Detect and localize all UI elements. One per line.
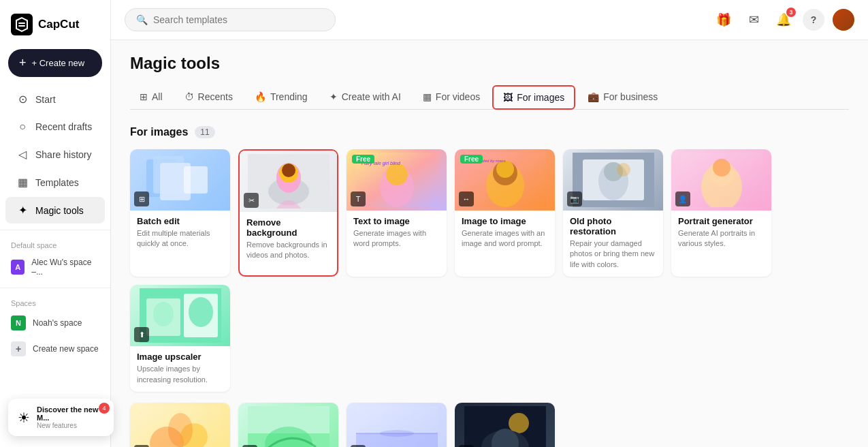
business-icon: 💼 xyxy=(588,91,599,102)
svg-point-42 xyxy=(380,430,414,437)
batch-edit-tool-icon: ⊞ xyxy=(134,191,149,206)
notif-badge: 4 xyxy=(99,403,110,414)
card-image-to-image[interactable]: Surrounded by roses Free ↔ Image to imag… xyxy=(455,149,555,277)
notifications-button[interactable]: 🔔 3 xyxy=(773,9,794,31)
recents-icon: ⏱ xyxy=(184,91,194,102)
batch-edit-title: Batch edit xyxy=(137,216,223,226)
img-img-title: Image to image xyxy=(462,216,548,226)
portrait-title: Portrait generator xyxy=(678,216,765,226)
remove-bg-title: Remove background xyxy=(246,217,330,238)
old-photo-title: Old photo restoration xyxy=(570,216,656,236)
card-thumb-old-photo: 📷 xyxy=(563,149,663,211)
user-avatar[interactable] xyxy=(833,9,854,31)
header: 🔍 🎁 ✉ 🔔 3 ? xyxy=(111,0,868,40)
alec-space-label: Alec Wu's space –... xyxy=(31,258,99,277)
tab-for-business[interactable]: 💼 For business xyxy=(578,86,667,109)
card-thumb-text-img: Fairy tale girl blind Free T xyxy=(347,149,447,211)
create-new-space-item[interactable]: + Create new space xyxy=(0,336,110,362)
card-thumb-portrait: 👤 xyxy=(671,149,771,211)
noah-avatar: N xyxy=(11,315,26,330)
search-bar[interactable]: 🔍 xyxy=(125,8,336,31)
card-thumb-batch-edit: ⊞ xyxy=(130,149,230,211)
notif-subtitle: New features xyxy=(37,422,104,429)
text-img-body: Text to image Generate images with word … xyxy=(347,211,447,256)
search-input[interactable] xyxy=(153,14,324,25)
sidebar-item-share-history[interactable]: ◁ Share history xyxy=(5,141,105,168)
space-noah[interactable]: N Noah's space xyxy=(0,310,110,336)
gift-button[interactable]: 🎁 xyxy=(713,9,735,31)
section-header: For images 11 xyxy=(130,126,849,138)
card-portrait-generator[interactable]: 👤 Portrait generator Generate AI portrai… xyxy=(671,149,771,277)
default-space-label: Default space xyxy=(0,238,110,252)
upscaler-body: Image upscaler Upscale images by increas… xyxy=(130,346,230,392)
text-img-desc: Generate images with word prompts. xyxy=(353,228,440,249)
sidebar-item-templates[interactable]: ▦ Templates xyxy=(5,169,105,196)
card-color-correction[interactable]: 🎨 AI color correction Adjust your image … xyxy=(238,403,338,447)
card-thumb-lowlight: ☀ xyxy=(455,403,555,447)
card-remove-background[interactable]: ✂ Remove background Remove backgrounds i… xyxy=(238,149,338,277)
svg-point-30 xyxy=(153,302,174,326)
sidebar-divider-2 xyxy=(0,288,110,288)
card-lowlight-enhancer[interactable]: ☀ Low-light image enhancer Improve low-l… xyxy=(455,403,555,447)
tab-trending[interactable]: 🔥 Trending xyxy=(245,86,317,109)
card-thumb-remove-bg: ✂ xyxy=(240,151,337,212)
card-photo-colorizer[interactable]: 🖌 Photo colorizer Colorize your black an… xyxy=(347,403,447,447)
text-img-tool-icon: T xyxy=(351,191,366,206)
notif-text-block: Discover the new M... New features xyxy=(37,405,104,429)
tab-for-videos[interactable]: ▦ For videos xyxy=(413,86,489,109)
notifications-badge: 3 xyxy=(786,7,796,17)
remove-bg-body: Remove background Remove backgrounds in … xyxy=(240,212,337,268)
tab-for-images[interactable]: 🖼 For images xyxy=(492,85,575,110)
card-batch-edit[interactable]: ⊞ Batch edit Edit multiple materials qui… xyxy=(130,149,230,277)
sidebar: CapCut + + Create new ⊙ Start ○ Recent d… xyxy=(0,0,111,447)
card-image-upscaler[interactable]: ⬆ Image upscaler Upscale images by incre… xyxy=(130,285,230,392)
section-count: 11 xyxy=(195,126,214,138)
sidebar-divider xyxy=(0,230,110,230)
upscaler-desc: Upscale images by increasing resolution. xyxy=(137,364,223,385)
sidebar-item-recent-drafts[interactable]: ○ Recent drafts xyxy=(5,114,105,140)
header-actions: 🎁 ✉ 🔔 3 ? xyxy=(713,9,854,31)
search-icon: 🔍 xyxy=(136,14,148,25)
portrait-body: Portrait generator Generate AI portraits… xyxy=(671,211,771,256)
mail-button[interactable]: ✉ xyxy=(743,9,765,31)
svg-point-9 xyxy=(282,164,295,177)
colorize-scene xyxy=(347,403,447,447)
tab-create-with-ai[interactable]: ✦ Create with AI xyxy=(320,86,411,109)
tabs-bar: ⊞ All ⏱ Recents 🔥 Trending ✦ Create with… xyxy=(130,85,849,110)
sidebar-item-start[interactable]: ⊙ Start xyxy=(5,86,105,112)
add-space-icon: + xyxy=(11,341,26,356)
section-title: For images xyxy=(130,126,188,138)
videos-icon: ▦ xyxy=(423,91,432,102)
main-content: 🔍 🎁 ✉ 🔔 3 ? Magic tools ⊞ xyxy=(111,0,868,447)
tab-recents[interactable]: ⏱ Recents xyxy=(175,86,242,109)
color-scene xyxy=(238,403,338,447)
img-img-body: Image to image Generate images with an i… xyxy=(455,211,555,256)
magic-tools-icon: ✦ xyxy=(16,204,29,217)
svg-point-32 xyxy=(189,297,213,327)
card-thumb-upscaler: ⬆ xyxy=(130,285,230,346)
create-new-button[interactable]: + + Create new xyxy=(8,49,102,77)
portrait-desc: Generate AI portraits in various styles. xyxy=(678,228,765,249)
card-text-to-image[interactable]: Fairy tale girl blind Free T Text to ima… xyxy=(347,149,447,277)
noah-space-label: Noah's space xyxy=(33,318,82,328)
text-img-badge: Free xyxy=(352,155,374,164)
upscaler-tool-icon: ⬆ xyxy=(134,327,149,342)
plus-icon: + xyxy=(19,56,27,70)
svg-rect-0 xyxy=(11,14,33,35)
bottom-notification[interactable]: ☀ Discover the new M... New features 4 xyxy=(8,399,114,436)
trending-icon: 🔥 xyxy=(255,91,266,102)
img-img-badge: Free xyxy=(460,155,483,164)
space-alec[interactable]: A Alec Wu's space –... xyxy=(0,252,110,282)
tab-all[interactable]: ⊞ All xyxy=(130,86,172,109)
remove-bg-tool-icon: ✂ xyxy=(244,193,259,208)
help-button[interactable]: ? xyxy=(803,9,824,31)
card-old-photo[interactable]: 📷 Old photo restoration Repair your dama… xyxy=(563,149,663,277)
page-title: Magic tools xyxy=(130,54,849,73)
card-thumb-color: 🎨 xyxy=(238,403,338,447)
svg-point-12 xyxy=(386,164,408,185)
sidebar-item-magic-tools[interactable]: ✦ Magic tools xyxy=(5,197,105,224)
spaces-label: Spaces xyxy=(0,296,110,310)
card-style-transfer[interactable]: 🎨 Image style transfer Convert your imag… xyxy=(130,403,230,447)
start-icon: ⊙ xyxy=(16,93,29,106)
text-img-title: Text to image xyxy=(353,216,440,226)
